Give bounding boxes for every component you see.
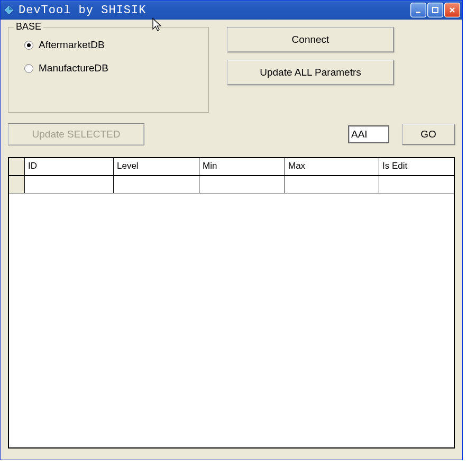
window-controls xyxy=(410,3,460,17)
cell-min[interactable] xyxy=(199,176,285,193)
app-icon xyxy=(4,5,14,15)
svg-rect-3 xyxy=(433,7,438,13)
window-title: DevTool by SHISIK xyxy=(19,4,410,17)
close-button[interactable] xyxy=(444,3,460,17)
row-selector[interactable] xyxy=(9,176,25,193)
svg-rect-2 xyxy=(416,12,420,13)
col-header-min[interactable]: Min xyxy=(199,158,285,175)
minimize-button[interactable] xyxy=(410,3,426,17)
col-header-level[interactable]: Level xyxy=(114,158,199,175)
radio-manufacture[interactable]: ManufactureDB xyxy=(24,62,200,74)
app-window: DevTool by SHISIK BASE AftermarketDB xyxy=(0,0,463,460)
data-grid[interactable]: ID Level Min Max Is Edit xyxy=(8,157,455,448)
maximize-button[interactable] xyxy=(427,3,443,17)
go-button[interactable]: GO xyxy=(402,124,455,145)
radio-icon xyxy=(24,41,33,50)
connect-button[interactable]: Connect xyxy=(227,27,394,52)
grid-header: ID Level Min Max Is Edit xyxy=(9,158,454,176)
table-row[interactable] xyxy=(9,176,454,194)
radio-icon xyxy=(24,64,33,73)
titlebar[interactable]: DevTool by SHISIK xyxy=(1,1,462,20)
grid-empty-area xyxy=(9,194,454,447)
cell-isedit[interactable] xyxy=(379,176,454,193)
radio-aftermarket[interactable]: AftermarketDB xyxy=(24,39,200,51)
update-selected-button[interactable]: Update SELECTED xyxy=(8,123,144,145)
col-header-isedit[interactable]: Is Edit xyxy=(379,158,454,175)
cell-max[interactable] xyxy=(285,176,379,193)
client-area: BASE AftermarketDB ManufactureDB Connect… xyxy=(1,20,462,456)
cell-id[interactable] xyxy=(25,176,114,193)
update-all-button[interactable]: Update ALL Parametrs xyxy=(227,60,394,85)
row-selector-header xyxy=(9,158,25,175)
base-groupbox: BASE AftermarketDB ManufactureDB xyxy=(8,27,209,113)
radio-label: ManufactureDB xyxy=(39,62,108,74)
search-input[interactable] xyxy=(348,125,389,143)
groupbox-legend: BASE xyxy=(14,21,43,32)
col-header-id[interactable]: ID xyxy=(25,158,114,175)
col-header-max[interactable]: Max xyxy=(285,158,379,175)
radio-label: AftermarketDB xyxy=(39,39,105,51)
cell-level[interactable] xyxy=(114,176,199,193)
